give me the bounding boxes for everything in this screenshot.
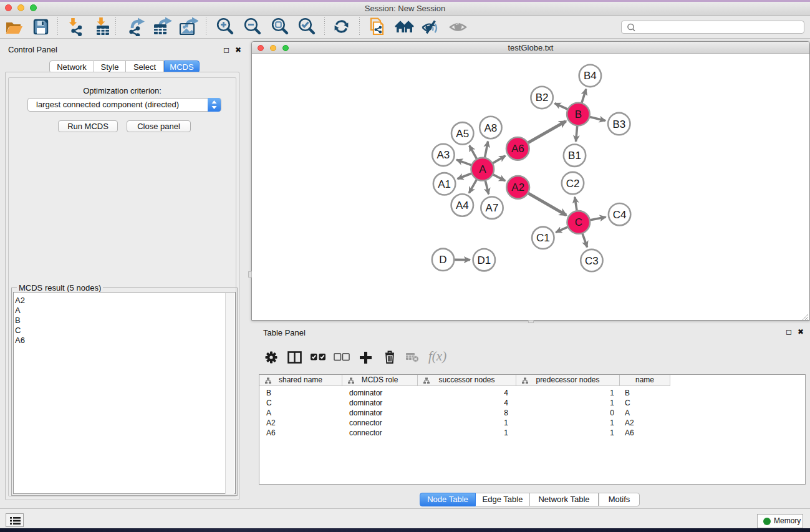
svg-text:C4: C4 <box>613 209 627 221</box>
svg-text:C: C <box>575 216 582 228</box>
svg-text:B4: B4 <box>584 70 597 82</box>
svg-text:C3: C3 <box>585 255 599 267</box>
svg-text:A5: A5 <box>456 128 469 140</box>
svg-text:B: B <box>575 109 582 120</box>
svg-text:A3: A3 <box>437 149 450 161</box>
svg-text:C1: C1 <box>536 232 550 244</box>
svg-text:B3: B3 <box>612 118 625 130</box>
svg-text:A2: A2 <box>511 181 524 193</box>
svg-text:C2: C2 <box>566 178 580 190</box>
svg-text:A1: A1 <box>438 178 451 190</box>
svg-text:D1: D1 <box>477 254 491 266</box>
svg-text:B2: B2 <box>536 92 549 104</box>
svg-text:B1: B1 <box>568 150 581 162</box>
svg-text:A7: A7 <box>486 202 499 214</box>
svg-text:A4: A4 <box>456 200 469 211</box>
svg-text:A: A <box>479 163 486 175</box>
svg-text:A8: A8 <box>485 122 498 134</box>
svg-text:D: D <box>439 254 446 266</box>
svg-text:A6: A6 <box>511 143 524 155</box>
